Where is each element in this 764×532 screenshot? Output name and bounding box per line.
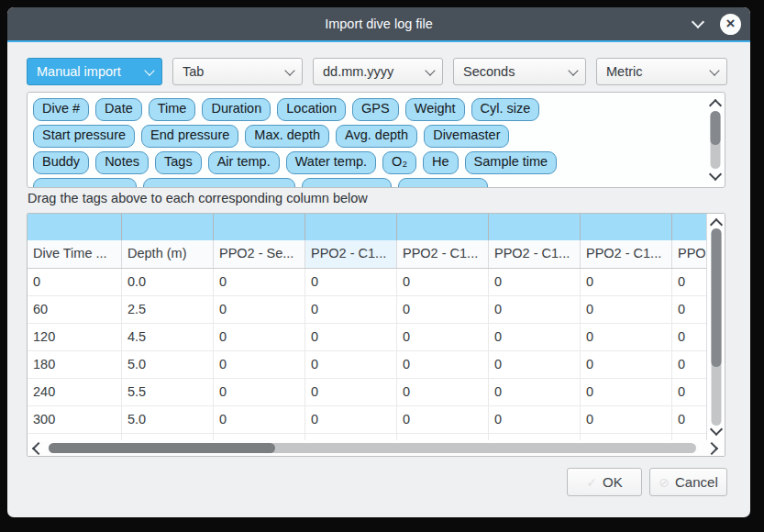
tag[interactable]: O₂ bbox=[382, 151, 416, 174]
tag-row: Start pressureEnd pressureMax. depthAvg.… bbox=[33, 125, 704, 148]
shade-button[interactable] bbox=[690, 16, 706, 32]
column-drop-cell[interactable] bbox=[672, 214, 706, 240]
tag[interactable]: Divemaster bbox=[424, 125, 509, 148]
tag[interactable] bbox=[143, 178, 295, 188]
scrollbar-thumb[interactable] bbox=[711, 111, 721, 145]
tags-scrollbar[interactable] bbox=[709, 97, 722, 183]
units-select[interactable]: Metric bbox=[596, 58, 727, 85]
tag[interactable]: Sample time bbox=[465, 151, 558, 174]
tag[interactable]: Dive # bbox=[33, 98, 89, 121]
tag[interactable]: Notes bbox=[95, 151, 149, 174]
cancel-button[interactable]: ⊘ Cancel bbox=[649, 468, 727, 496]
table-cell bbox=[489, 434, 581, 440]
scrollbar-track[interactable] bbox=[712, 228, 722, 426]
scroll-right-button[interactable] bbox=[707, 440, 716, 457]
table-row-partial bbox=[28, 434, 706, 440]
column-drop-cell[interactable] bbox=[214, 214, 305, 240]
table-row: 1204.5000000 bbox=[28, 324, 706, 351]
ok-button-label: OK bbox=[603, 474, 623, 490]
table-row: 2405.5000000 bbox=[28, 379, 706, 406]
close-button[interactable]: × bbox=[720, 14, 741, 35]
tag[interactable] bbox=[398, 178, 488, 188]
column-drop-cell[interactable] bbox=[28, 214, 122, 240]
check-icon: ✓ bbox=[586, 475, 597, 490]
table-cell: 240 bbox=[28, 379, 122, 406]
import-options-toolbar: Manual importTabdd.mm.yyyySecondsMetric bbox=[27, 58, 727, 85]
table-cell: 4.5 bbox=[122, 324, 214, 351]
tag[interactable]: Time bbox=[149, 98, 196, 121]
table-cell: 2.5 bbox=[122, 296, 214, 324]
chevron-right-icon bbox=[705, 441, 718, 454]
column-drop-cell[interactable] bbox=[122, 214, 214, 240]
scroll-down-button[interactable] bbox=[711, 166, 720, 183]
table-cell: 0 bbox=[214, 379, 305, 406]
chevron-down-icon bbox=[709, 168, 722, 181]
tag[interactable]: Start pressure bbox=[33, 125, 135, 148]
scrollbar-thumb[interactable] bbox=[712, 228, 722, 367]
tag-row: BuddyNotesTagsAir temp.Water temp.O₂HeSa… bbox=[33, 151, 704, 174]
import-preview-table: Dive Time ...Depth (m)PPO2 - Se...PPO2 -… bbox=[27, 213, 725, 457]
window-title: Import dive log file bbox=[325, 17, 433, 31]
column-drop-cell[interactable] bbox=[397, 214, 489, 240]
combo-value: Metric bbox=[606, 64, 703, 79]
scroll-left-button[interactable] bbox=[34, 440, 43, 457]
chevron-left-icon bbox=[32, 441, 45, 454]
table-cell: 0 bbox=[305, 296, 397, 324]
table-cell: 0 bbox=[397, 296, 489, 324]
table-cell: 0 bbox=[581, 324, 672, 351]
table-header-row: Dive Time ...Depth (m)PPO2 - Se...PPO2 -… bbox=[28, 240, 706, 269]
column-header: PPO2 - C1... bbox=[672, 240, 706, 268]
column-drop-cell[interactable] bbox=[305, 214, 397, 240]
tag[interactable]: Tags bbox=[155, 151, 202, 174]
tag[interactable]: Cyl. size bbox=[471, 98, 540, 121]
tag[interactable]: Weight bbox=[405, 98, 465, 121]
tag[interactable]: Duration bbox=[202, 98, 271, 121]
scroll-down-button[interactable] bbox=[712, 421, 721, 438]
table-cell bbox=[305, 434, 397, 440]
tag[interactable]: Water temp. bbox=[286, 151, 376, 174]
table-cell: 0 bbox=[214, 351, 305, 379]
scrollbar-track[interactable] bbox=[711, 111, 721, 169]
field-separator-select[interactable]: Tab bbox=[172, 58, 303, 85]
table-cell: 0 bbox=[305, 406, 397, 434]
table-cell bbox=[122, 434, 214, 440]
import-mode-select[interactable]: Manual import bbox=[27, 58, 162, 85]
dialog-content: Manual importTabdd.mm.yyyySecondsMetric … bbox=[7, 42, 750, 517]
tag[interactable]: Location bbox=[277, 98, 346, 121]
chevron-down-icon bbox=[284, 65, 294, 75]
table-vertical-scrollbar[interactable] bbox=[706, 214, 725, 440]
tag[interactable]: Date bbox=[95, 98, 142, 121]
tag[interactable]: GPS bbox=[352, 98, 399, 121]
tag[interactable] bbox=[33, 178, 137, 188]
table-cell: 0 bbox=[672, 406, 706, 434]
time-format-select[interactable]: Seconds bbox=[453, 58, 586, 85]
table-cell: 300 bbox=[28, 406, 122, 434]
scrollbar-thumb[interactable] bbox=[49, 443, 275, 453]
column-header: PPO2 - C1... bbox=[581, 240, 672, 268]
dialog-button-row: ✓ OK ⊘ Cancel bbox=[567, 468, 727, 496]
table-viewport: Dive Time ...Depth (m)PPO2 - Se...PPO2 -… bbox=[28, 214, 706, 440]
tag[interactable]: Max. depth bbox=[245, 125, 329, 148]
table-cell: 0 bbox=[397, 351, 489, 379]
tag-row-clipped bbox=[33, 178, 704, 188]
tag[interactable]: Air temp. bbox=[208, 151, 280, 174]
date-format-select[interactable]: dd.mm.yyyy bbox=[313, 58, 443, 85]
chevron-down-icon bbox=[692, 16, 704, 28]
column-drop-cell[interactable] bbox=[581, 214, 672, 240]
table-cell: 0 bbox=[581, 296, 672, 324]
column-drop-cell[interactable] bbox=[489, 214, 581, 240]
table-cell: 60 bbox=[28, 296, 122, 324]
scrollbar-track[interactable] bbox=[49, 443, 696, 453]
table-cell bbox=[672, 434, 706, 440]
table-cell: 0 bbox=[489, 379, 581, 406]
ok-button[interactable]: ✓ OK bbox=[567, 468, 642, 496]
table-cell bbox=[581, 434, 672, 440]
table-cell: 0 bbox=[581, 269, 672, 296]
tag[interactable]: Avg. depth bbox=[336, 125, 417, 148]
chevron-down-icon bbox=[709, 65, 719, 75]
table-horizontal-scrollbar[interactable] bbox=[28, 440, 725, 456]
tag[interactable]: End pressure bbox=[141, 125, 238, 148]
tag[interactable]: Buddy bbox=[33, 151, 89, 174]
tag[interactable]: He bbox=[423, 151, 459, 174]
tag[interactable] bbox=[302, 178, 392, 188]
